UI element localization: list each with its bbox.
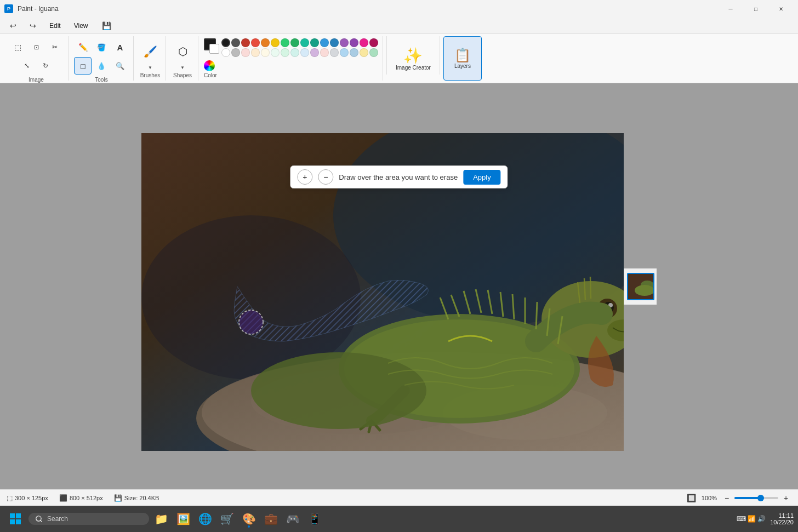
color-red[interactable] — [251, 38, 260, 47]
svg-rect-21 — [16, 513, 21, 518]
zoom-slider[interactable] — [734, 497, 778, 499]
taskbar-file-explorer[interactable]: 📁 — [151, 509, 171, 529]
magnify-tool-button[interactable]: 🔍 — [111, 57, 129, 75]
minimize-button[interactable]: ─ — [718, 0, 743, 18]
color-white[interactable] — [221, 48, 230, 57]
color-lightred[interactable] — [241, 48, 250, 57]
tools-row2: ◻ 💧 🔍 — [74, 57, 129, 75]
taskbar-store[interactable]: 🛒 — [217, 509, 237, 529]
selection-size: 300 × 125px — [15, 495, 48, 501]
color-lightpurple[interactable] — [310, 48, 319, 57]
zoom-fit-button[interactable]: 🔲 — [686, 493, 697, 504]
shapes-button[interactable]: ⬡ — [172, 38, 193, 64]
color-lightblue[interactable] — [300, 48, 309, 57]
shapes-group: ⬡ ▼ Shapes — [167, 36, 198, 81]
tools-group: ✏️ 🪣 A ◻ 💧 🔍 Tools — [70, 36, 134, 81]
pencil-tool-button[interactable]: ✏️ — [74, 38, 92, 56]
select2-tool-button[interactable]: ⊡ — [27, 38, 45, 56]
color-pink[interactable] — [360, 38, 368, 47]
menu-edit[interactable]: Edit — [44, 20, 66, 32]
svg-point-24 — [36, 516, 41, 521]
color-lightyellow[interactable] — [261, 48, 270, 57]
image-tools-row2: ⤡ ↻ — [18, 57, 54, 75]
color-darkteal[interactable] — [310, 38, 319, 47]
maximize-button[interactable]: □ — [743, 0, 768, 18]
color-darkred[interactable] — [241, 38, 250, 47]
file-size-icon: 💾 — [114, 494, 122, 502]
redo-button[interactable]: ↪ — [24, 17, 42, 35]
clock-date: 10/22/20 — [770, 519, 794, 525]
color-palepink[interactable] — [320, 48, 329, 57]
save-button[interactable]: 💾 — [98, 17, 115, 35]
picker-tool-button[interactable]: 💧 — [93, 57, 110, 75]
title-bar-controls: ─ □ ✕ — [718, 0, 794, 18]
image-tools-row1: ⬚ ⊡ ✂ — [9, 38, 64, 56]
apply-button[interactable]: Apply — [463, 170, 501, 185]
taskbar-app2[interactable]: 📱 — [305, 509, 324, 529]
color-darkgreen[interactable] — [290, 38, 299, 47]
taskbar-search-bar[interactable]: Search — [29, 513, 149, 525]
taskbar-photos[interactable]: 🖼️ — [173, 509, 193, 529]
color-skyblue[interactable] — [340, 48, 349, 57]
zoom-control: − + — [721, 493, 791, 504]
search-label: Search — [47, 515, 68, 523]
color-green[interactable] — [281, 38, 289, 47]
app-icon: P — [4, 4, 13, 13]
color-orange[interactable] — [261, 38, 270, 47]
zoom-out-button[interactable]: − — [721, 493, 732, 504]
rotate-tool-button[interactable]: ↻ — [37, 57, 54, 75]
color-mint[interactable] — [369, 48, 378, 57]
color-darkpurple[interactable] — [350, 38, 358, 47]
fill-tool-button[interactable]: 🪣 — [93, 38, 110, 56]
svg-point-16 — [239, 310, 263, 334]
color-palegreen[interactable] — [281, 48, 289, 57]
color-silver[interactable] — [330, 48, 339, 57]
color-group-label: Color — [204, 72, 217, 78]
title-bar: P Paint - Iguana ─ □ ✕ — [0, 0, 798, 18]
close-button[interactable]: ✕ — [768, 0, 794, 18]
resize-tool-button[interactable]: ⤡ — [18, 57, 36, 75]
canvas-area[interactable]: + − Draw over the area you want to erase… — [0, 83, 798, 489]
eraser-tool-button[interactable]: ◻ — [74, 57, 92, 75]
color-picker-button[interactable] — [204, 60, 215, 71]
selection-size-item: ⬚ 300 × 125px — [7, 494, 48, 502]
secondary-color-swatch[interactable] — [209, 44, 219, 54]
color-yellow[interactable] — [271, 38, 280, 47]
undo-button[interactable]: ↩ — [4, 17, 22, 35]
color-blue[interactable] — [320, 38, 329, 47]
color-lightorange[interactable] — [251, 48, 260, 57]
svg-point-19 — [635, 285, 654, 296]
taskbar-browser-edge[interactable]: 🌐 — [195, 509, 215, 529]
taskbar-xbox[interactable]: 🎮 — [283, 509, 303, 529]
color-black[interactable] — [221, 38, 230, 47]
select-tool-button[interactable]: ⬚ — [9, 38, 26, 56]
erase-add-button[interactable]: + — [297, 169, 312, 185]
color-lightgray[interactable] — [231, 48, 240, 57]
image-creator-button[interactable]: ✨ Image Creator — [390, 36, 436, 81]
menu-view[interactable]: View — [69, 20, 94, 32]
crop-tool-button[interactable]: ✂ — [46, 38, 64, 56]
taskbar-teams[interactable]: 💼 — [261, 509, 281, 529]
taskbar-paint[interactable]: 🎨 — [239, 509, 259, 529]
color-darkblue[interactable] — [330, 38, 339, 47]
clock[interactable]: 11:11 10/22/20 — [770, 512, 794, 525]
color-row-2 — [221, 48, 378, 57]
title-text: Paint - Iguana — [18, 5, 59, 13]
svg-rect-23 — [16, 519, 21, 524]
color-purple[interactable] — [340, 38, 349, 47]
image-creator-label: Image Creator — [396, 65, 431, 71]
layers-button[interactable]: 📋 Layers — [443, 36, 482, 81]
color-cream[interactable] — [360, 48, 368, 57]
erase-subtract-button[interactable]: − — [318, 169, 333, 185]
start-button[interactable] — [4, 508, 26, 530]
brushes-button[interactable]: 🖌️ — [139, 38, 161, 64]
zoom-in-button[interactable]: + — [780, 493, 791, 504]
color-lightgreen[interactable] — [271, 48, 280, 57]
color-teal[interactable] — [300, 38, 309, 47]
color-paleteal[interactable] — [290, 48, 299, 57]
color-darkpink[interactable] — [369, 38, 378, 47]
color-steelblue[interactable] — [350, 48, 358, 57]
text-tool-button[interactable]: A — [111, 38, 129, 56]
layer-thumbnail[interactable] — [627, 273, 654, 300]
color-darkgray[interactable] — [231, 38, 240, 47]
